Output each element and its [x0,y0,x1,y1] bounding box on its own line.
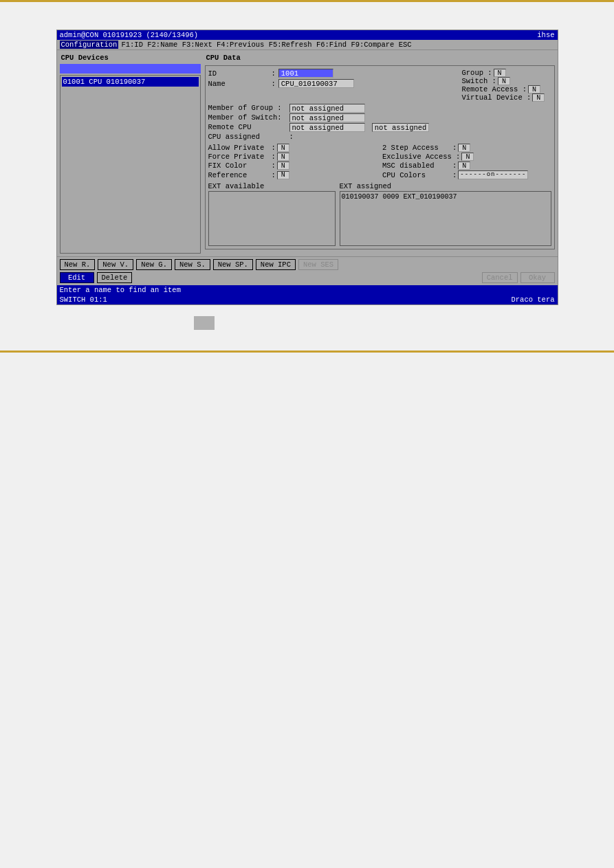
ap-colon: : [272,144,276,152]
remote-access-label: Remote Access : [462,85,527,93]
exclusive-access-label: Exclusive Access : [382,153,460,161]
cpu-devices-list[interactable]: 01001 CPU 010190037 [60,75,201,254]
allow-private-value[interactable]: N [277,144,289,152]
id-value[interactable]: 1001 [278,69,333,78]
new-g-button[interactable]: New G. [136,259,172,270]
ext-available-label: EXT available [208,182,336,190]
allow-private-row: Allow Private : N [208,144,377,152]
exclusive-access-row: Exclusive Access : N [382,153,551,161]
new-ses-button[interactable]: New SES [298,259,338,270]
menu-keys: F1:ID F2:Name F3:Next F4:Previous F5:Ref… [120,41,413,49]
switch-right-row: Switch : N [462,77,510,85]
group-value[interactable]: N [494,69,506,77]
member-switch-value[interactable]: not assigned [289,113,365,122]
title-bar: admin@CON 010191923 (2140/13496) ihse [57,30,558,40]
cc-colon: : [452,171,457,179]
id-label: ID [208,69,270,78]
menu-bar: Configuration F1:ID F2:Name F3:Next F4:P… [57,40,558,50]
reference-row: Reference : N [208,170,377,179]
assigned-section: Member of Group : not assigned Member of… [208,104,551,141]
search-bar[interactable] [60,64,201,74]
list-item[interactable]: 01001 CPU 010190037 [62,77,199,87]
terminal-body: CPU Devices 01001 CPU 010190037 CPU Data [57,50,558,256]
title-bar-right: ihse [537,31,554,39]
remote-cpu-label: Remote CPU [208,123,289,131]
cpu-data-section: ID : 1001 Name : CPU_010190037 [205,65,555,249]
force-private-row: Force Private : N [208,153,377,161]
menu-config[interactable]: Configuration [60,41,119,49]
ext-labels-row: EXT available EXT assigned [208,182,551,190]
left-panel: CPU Devices 01001 CPU 010190037 [60,53,201,254]
button-row-1: New R. New V. New G. New S. New SP. New … [60,259,555,270]
ext-assigned-box[interactable]: 010190037 0009 EXT_010190037 [340,191,551,246]
ext-assigned-item: 010190037 0009 EXT_010190037 [342,193,549,201]
ts-colon: : [452,144,457,152]
switch-value[interactable]: N [498,77,510,85]
ext-available-box[interactable] [208,191,336,246]
msc-disabled-row: MSC disabled : N [382,162,551,170]
id-row: ID : 1001 [208,69,458,78]
two-step-row: 2 Step Access : N [382,144,551,152]
exclusive-access-value[interactable]: N [461,153,474,161]
new-v-button[interactable]: New V. [98,259,133,270]
virtual-device-row: Virtual Device : N [462,93,545,102]
right-panel-title: CPU Data [205,53,555,63]
two-step-label: 2 Step Access [382,144,451,152]
fc-colon: : [272,162,276,170]
member-group-label: Member of Group : [208,104,289,112]
remote-cpu-value[interactable]: not assigned [289,123,365,132]
cpu-assigned-row: CPU assigned : [208,133,551,141]
force-private-value[interactable]: N [277,153,289,161]
okay-button[interactable]: Okay [520,272,555,283]
remote-access-value[interactable]: N [528,85,540,93]
id-colon: : [272,69,276,78]
msc-colon: : [452,162,457,170]
right-panel: CPU Data ID : [205,53,555,254]
new-s-button[interactable]: New S. [175,259,210,270]
product-name: Draco tera [511,296,554,304]
reference-value[interactable]: N [277,171,289,179]
new-r-button[interactable]: New R. [60,259,96,270]
msc-disabled-value[interactable]: N [458,162,470,170]
edit-button[interactable]: Edit [60,272,94,283]
allow-private-label: Allow Private [208,144,270,152]
virtual-device-value[interactable]: N [532,93,545,102]
fix-color-label: FIX Color [208,162,270,170]
cancel-button[interactable]: Cancel [482,272,518,283]
left-panel-title: CPU Devices [60,53,201,63]
list-item-name: CPU 010190037 [89,78,145,86]
fix-color-row: FIX Color : N [208,162,377,170]
delete-button[interactable]: Delete [97,272,133,283]
switch-label: Switch : [462,77,496,85]
cpu-colors-value[interactable]: ------on------- [458,170,528,179]
new-ipc-button[interactable]: New IPC [256,259,296,270]
virtual-device-label: Virtual Device : [462,93,531,102]
status-bar: Enter a name to find an item [57,285,558,295]
new-sp-button[interactable]: New SP. [213,259,253,270]
ext-assigned-label: EXT assigned [340,182,392,190]
member-group-value[interactable]: not assigned [289,104,365,113]
name-colon: : [272,80,276,88]
terminal-window: admin@CON 010191923 (2140/13496) ihse Co… [56,30,558,305]
bottom-gray-box [194,316,215,330]
title-bar-left: admin@CON 010191923 (2140/13496) [60,31,199,39]
status-message: Enter a name to find an item [60,286,181,294]
name-label: Name [208,80,270,88]
cpu-colors-label: CPU Colors [382,171,451,179]
member-switch-label: Member of Switch: [208,113,289,122]
member-group-row: Member of Group : not assigned [208,104,551,113]
fix-color-value[interactable]: N [277,162,289,170]
force-private-label: Force Private [208,153,270,161]
list-item-id: 01001 [63,78,85,86]
name-row: Name : CPU_010190037 [208,79,458,88]
remote-cpu-value2[interactable]: not assigned [372,123,430,132]
name-value[interactable]: CPU_010190037 [278,79,354,88]
button-bar: New R. New V. New G. New S. New SP. New … [57,256,558,285]
fp-colon: : [272,153,276,161]
two-step-value[interactable]: N [458,144,470,152]
cpu-assigned-label: CPU assigned [208,133,289,141]
status-bar-bottom: SWITCH 01:1 Draco tera [57,295,558,304]
cpu-assigned-colon: : [289,133,294,141]
flags-section: Allow Private : N 2 Step Access : N [208,144,551,179]
group-right-row: Group : N [462,69,506,77]
